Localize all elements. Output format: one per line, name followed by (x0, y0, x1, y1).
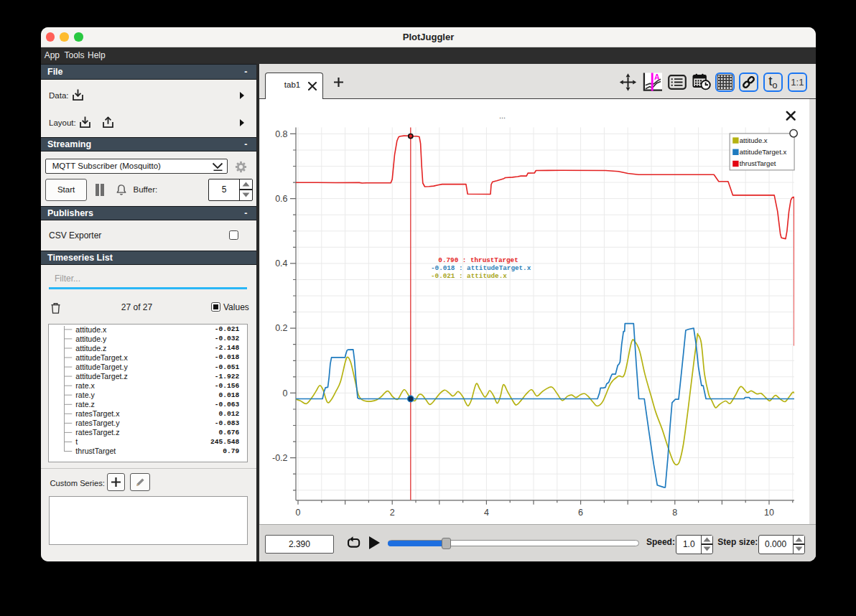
svg-text:0.8: 0.8 (275, 129, 287, 139)
svg-text:0.2: 0.2 (275, 323, 287, 333)
svg-text:...: ... (498, 111, 505, 120)
svg-text:attitude.x: attitude.x (739, 136, 767, 144)
svg-text:0.4: 0.4 (275, 258, 287, 269)
svg-text:0: 0 (295, 508, 300, 518)
svg-text:4: 4 (483, 508, 488, 518)
svg-text:8: 8 (672, 508, 677, 518)
svg-text:attitudeTarget.x: attitudeTarget.x (739, 148, 786, 156)
svg-text:10: 10 (764, 508, 774, 518)
svg-text:0: 0 (282, 388, 287, 398)
svg-text:-0.021 : attitude.x: -0.021 : attitude.x (431, 272, 507, 280)
svg-text:0.790 : thrustTarget: 0.790 : thrustTarget (434, 256, 518, 263)
svg-text:6: 6 (578, 508, 583, 518)
svg-text:thrustTarget: thrustTarget (739, 159, 776, 167)
svg-text:2: 2 (389, 508, 394, 518)
svg-text:-0.018 : attitudeTarget.x: -0.018 : attitudeTarget.x (431, 264, 531, 272)
svg-text:0.6: 0.6 (275, 193, 287, 203)
svg-text:A: A (654, 73, 660, 81)
svg-text:-0.2: -0.2 (271, 452, 287, 462)
